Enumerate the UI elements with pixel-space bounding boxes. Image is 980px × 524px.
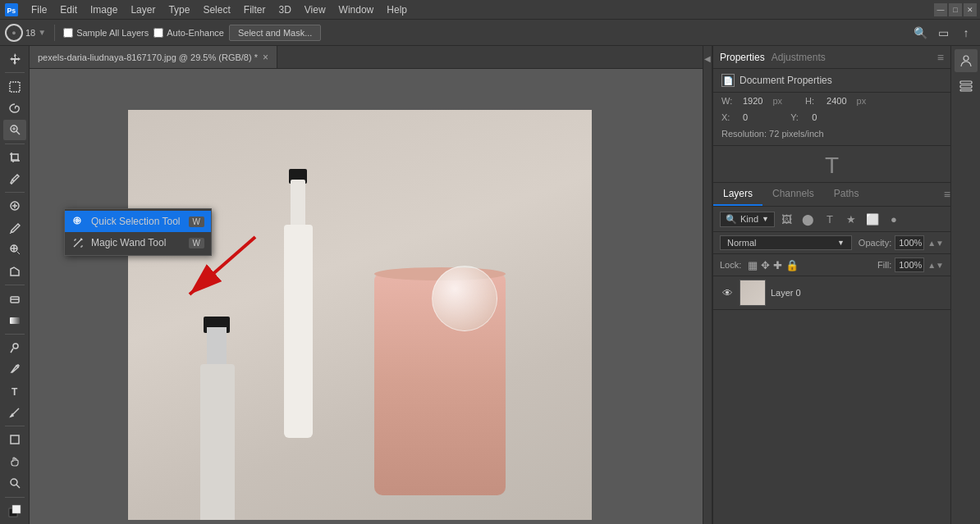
search-icon[interactable]: 🔍 (911, 24, 929, 42)
menu-window[interactable]: Window (332, 2, 381, 17)
svg-rect-21 (960, 89, 972, 91)
layers-panel-icon[interactable] (955, 74, 978, 97)
menu-help[interactable]: Help (380, 2, 414, 17)
menu-image[interactable]: Image (84, 2, 124, 17)
eraser-tool-button[interactable] (3, 289, 26, 308)
adjustments-tab[interactable]: Adjustments (772, 52, 826, 63)
auto-enhance-option[interactable]: Auto-Enhance (153, 28, 224, 38)
quick-selection-tool-button[interactable] (3, 120, 26, 139)
svg-text:Ps: Ps (7, 7, 16, 15)
layer-shape-filter-icon[interactable]: ★ (842, 210, 860, 228)
menu-type[interactable]: Type (162, 2, 196, 17)
white-bottle-neck (291, 180, 305, 229)
opacity-control: Opacity: 100% ▲▼ (859, 235, 944, 250)
tab-close-button[interactable]: × (263, 52, 268, 63)
layers-menu-button[interactable]: ≡ (944, 188, 950, 201)
menu-edit[interactable]: Edit (53, 2, 84, 17)
panel-collapse-strip[interactable]: ◀ (703, 46, 712, 524)
position-row: X: 0 Y: 0 (713, 109, 950, 125)
clone-tool-button[interactable] (3, 239, 26, 259)
magic-wand-flyout-item[interactable]: Magic Wand Tool W (65, 232, 211, 253)
svg-rect-8 (10, 317, 20, 324)
brush-tool-button[interactable] (3, 218, 26, 238)
layer-kind-chevron: ▼ (762, 215, 769, 223)
lock-position-icon[interactable]: ✥ (761, 259, 770, 271)
pen-tool-button[interactable] (3, 359, 26, 379)
auto-enhance-checkbox[interactable] (153, 28, 163, 38)
close-button[interactable]: ✕ (964, 3, 977, 16)
menu-filter[interactable]: Filter (237, 2, 272, 17)
canvas-image[interactable] (128, 110, 592, 520)
type-properties-icon: T (713, 145, 950, 182)
type-tool-button[interactable]: T (3, 381, 26, 401)
layer-item[interactable]: 👁 Layer 0 (713, 276, 950, 310)
layer-dot-icon[interactable]: ● (885, 210, 903, 228)
healing-tool-button[interactable] (3, 196, 26, 216)
sample-all-layers-checkbox[interactable] (63, 28, 73, 38)
document-tab[interactable]: pexels-daria-liudnaya-8167170.jpg @ 29.5… (30, 46, 277, 68)
history-brush-button[interactable] (3, 262, 26, 281)
properties-panel-header: Properties Adjustments ≡ (713, 46, 950, 69)
lock-all-icon[interactable]: 🔒 (785, 259, 799, 271)
dodge-tool-button[interactable] (3, 338, 26, 358)
lock-artboard-icon[interactable]: ✚ (773, 259, 782, 271)
channels-tab[interactable]: Channels (762, 183, 824, 206)
magic-wand-icon (71, 236, 85, 249)
minimize-button[interactable]: — (934, 3, 947, 16)
menu-layer[interactable]: Layer (124, 2, 162, 17)
properties-menu-button[interactable]: ≡ (937, 51, 944, 64)
layer-smart-filter-icon[interactable]: ⬜ (863, 210, 882, 228)
layer-type-filter-icon[interactable]: T (821, 210, 839, 228)
width-label: W: (721, 96, 733, 106)
properties-panel-icon[interactable] (955, 49, 978, 72)
foreground-color-button[interactable] (3, 500, 26, 520)
lock-pixels-icon[interactable]: ▦ (748, 259, 758, 271)
brush-size-chevron[interactable]: ▼ (38, 28, 46, 37)
gradient-tool-button[interactable] (3, 310, 26, 330)
marquee-tool-button[interactable] (3, 76, 26, 96)
opacity-stepper[interactable]: ▲▼ (927, 239, 944, 248)
menu-3d[interactable]: 3D (272, 2, 297, 17)
workspace-icon[interactable]: ▭ (934, 24, 952, 42)
menu-view[interactable]: View (298, 2, 332, 17)
cloud-icon[interactable]: ↑ (957, 24, 975, 42)
dimensions-row: W: 1920 px H: 2400 px (713, 93, 950, 109)
opacity-value[interactable]: 100% (895, 235, 924, 250)
svg-point-18 (964, 56, 969, 61)
menu-select[interactable]: Select (196, 2, 236, 17)
fill-stepper[interactable]: ▲▼ (927, 261, 944, 270)
layer-kind-selector[interactable]: 🔍 Kind ▼ (720, 212, 775, 227)
svg-text:T: T (11, 386, 18, 397)
white-bottle (276, 175, 321, 438)
maximize-button[interactable]: □ (949, 3, 962, 16)
crop-tool-button[interactable] (3, 148, 26, 167)
lasso-tool-button[interactable] (3, 98, 26, 118)
separator-1 (54, 25, 55, 41)
fill-control: Fill: 100% ▲▼ (877, 257, 944, 272)
fill-value[interactable]: 100% (895, 257, 924, 272)
eyedropper-tool-button[interactable] (3, 169, 26, 189)
zoom-tool-button[interactable] (3, 473, 26, 493)
shape-tool-button[interactable] (3, 430, 26, 449)
layer-pixel-filter-icon[interactable]: 🖼 (778, 210, 796, 228)
path-selection-button[interactable] (3, 403, 26, 422)
canvas-wrapper[interactable]: Quick Selection Tool W Magic Wand Tool W (30, 69, 703, 524)
move-tool-button[interactable] (3, 49, 26, 69)
paths-tab[interactable]: Paths (824, 183, 869, 206)
tool-separator-1 (5, 72, 25, 73)
menu-file[interactable]: File (25, 2, 53, 17)
svg-point-9 (13, 344, 18, 349)
doc-properties-header: 📄 Document Properties (713, 69, 950, 93)
layer-visibility-button[interactable]: 👁 (720, 287, 735, 299)
quick-selection-flyout-item[interactable]: Quick Selection Tool W (65, 211, 211, 232)
select-and-mask-button[interactable]: Select and Mask... (229, 25, 322, 41)
layer-adjustment-filter-icon[interactable]: ⬤ (799, 210, 817, 228)
height-unit: px (857, 96, 867, 106)
small-spray-neck (207, 327, 227, 368)
layers-tab[interactable]: Layers (713, 183, 762, 206)
hand-tool-button[interactable] (3, 452, 26, 472)
sample-all-layers-option[interactable]: Sample All Layers (63, 28, 149, 38)
properties-tab[interactable]: Properties (720, 52, 765, 63)
blend-mode-selector[interactable]: Normal ▼ (720, 235, 852, 250)
tool-separator-2 (5, 144, 25, 144)
